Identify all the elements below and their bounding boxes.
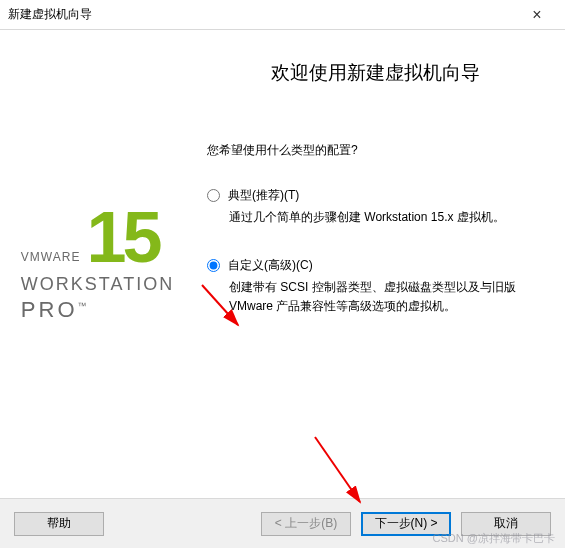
radio-custom[interactable] xyxy=(207,259,220,272)
close-icon[interactable]: × xyxy=(517,6,557,24)
cancel-button[interactable]: 取消 xyxy=(461,512,551,536)
option-typical-label: 典型(推荐)(T) xyxy=(228,187,299,204)
help-button[interactable]: 帮助 xyxy=(14,512,104,536)
option-typical-desc: 通过几个简单的步骤创建 Workstation 15.x 虚拟机。 xyxy=(229,208,543,227)
titlebar: 新建虚拟机向导 × xyxy=(0,0,565,30)
wizard-prompt: 您希望使用什么类型的配置? xyxy=(207,142,543,159)
wizard-content: VMWARE 15 WORKSTATION PRO™ 欢迎使用新建虚拟机向导 您… xyxy=(0,30,565,498)
option-custom[interactable]: 自定义(高级)(C) xyxy=(207,257,543,274)
radio-typical[interactable] xyxy=(207,189,220,202)
wizard-main: 欢迎使用新建虚拟机向导 您希望使用什么类型的配置? 典型(推荐)(T) 通过几个… xyxy=(195,30,565,498)
brand-vmware: VMWARE xyxy=(21,250,81,270)
option-custom-label: 自定义(高级)(C) xyxy=(228,257,313,274)
back-button[interactable]: < 上一步(B) xyxy=(261,512,351,536)
option-custom-desc: 创建带有 SCSI 控制器类型、虚拟磁盘类型以及与旧版 VMware 产品兼容性… xyxy=(229,278,543,316)
brand-pro: PRO™ xyxy=(21,297,174,323)
config-type-group: 典型(推荐)(T) 通过几个简单的步骤创建 Workstation 15.x 虚… xyxy=(207,187,543,317)
wizard-heading: 欢迎使用新建虚拟机向导 xyxy=(207,60,543,86)
brand-workstation: WORKSTATION xyxy=(21,274,174,295)
window-title: 新建虚拟机向导 xyxy=(8,6,517,23)
brand-version: 15 xyxy=(86,205,158,270)
wizard-footer: 帮助 < 上一步(B) 下一步(N) > 取消 xyxy=(0,498,565,548)
option-typical[interactable]: 典型(推荐)(T) xyxy=(207,187,543,204)
next-button[interactable]: 下一步(N) > xyxy=(361,512,451,536)
brand-panel: VMWARE 15 WORKSTATION PRO™ xyxy=(0,30,195,498)
